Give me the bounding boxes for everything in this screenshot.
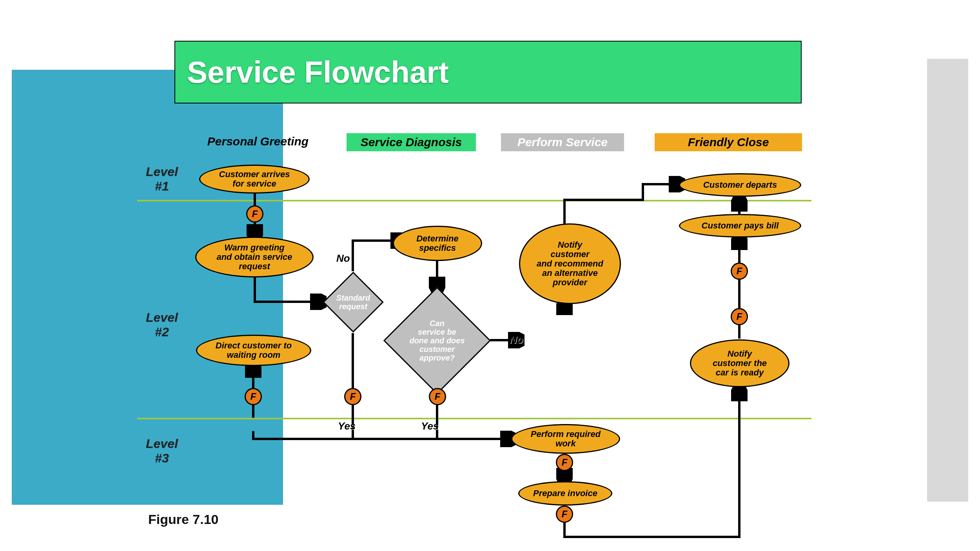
title-text: Service Flowchart <box>187 54 449 90</box>
node-determine-specifics: Determine specifics <box>393 226 482 261</box>
col-service-diagnosis: Service Diagnosis <box>347 133 476 151</box>
fail-marker-2: F <box>245 388 262 405</box>
col-perform-service-label: Perform Service <box>517 136 608 149</box>
fail-marker-3: F <box>344 388 361 405</box>
node-standard-request: Standard request <box>323 272 384 333</box>
level-2-label: Level #2 <box>146 310 178 339</box>
level-1-label: Level #1 <box>146 165 178 194</box>
fail-marker-6: F <box>556 506 573 523</box>
edge-label-yes-2: Yes <box>421 420 439 432</box>
fail-marker-1: F <box>246 205 263 223</box>
col-friendly-close: Friendly Close <box>655 133 802 151</box>
fail-marker-8: F <box>731 263 748 280</box>
node-customer-pays: Customer pays bill <box>679 214 801 237</box>
fail-marker-5: F <box>556 454 573 471</box>
col-friendly-close-label: Friendly Close <box>688 136 769 149</box>
title-bar: Service Flowchart <box>174 41 802 103</box>
node-prepare-invoice: Prepare invoice <box>518 481 612 506</box>
col-perform-service: Perform Service <box>501 133 624 151</box>
fail-marker-7: F <box>731 308 748 325</box>
col-service-diagnosis-label: Service Diagnosis <box>361 136 462 149</box>
edge-label-no-1: No <box>336 252 350 265</box>
fail-marker-4: F <box>429 388 446 405</box>
node-customer-departs: Customer departs <box>679 173 801 197</box>
node-notify-alternative: Notify customer and recommend an alterna… <box>519 223 621 304</box>
divider-level-1-2 <box>137 200 811 201</box>
decor-gray-strip <box>927 59 968 502</box>
node-direct-waiting: Direct customer to waiting room <box>196 335 311 366</box>
col-personal-greeting: Personal Greeting <box>195 132 321 150</box>
figure-caption: Figure 7.10 <box>148 512 219 527</box>
node-perform-work: Perform required work <box>511 424 620 454</box>
slide-stage: Service Flowchart Personal Greeting Serv… <box>0 0 980 551</box>
edge-label-no-2: No <box>510 334 523 346</box>
edge-label-yes-1: Yes <box>338 420 356 432</box>
node-warm-greeting: Warm greeting and obtain service request <box>195 237 314 277</box>
node-can-service: Can service be done and does customer ap… <box>383 287 491 394</box>
node-can-service-label: Can service be done and does customer ap… <box>400 304 474 377</box>
level-3-label: Level #3 <box>146 437 178 466</box>
col-personal-greeting-label: Personal Greeting <box>207 135 309 148</box>
divider-level-2-3 <box>137 418 811 419</box>
node-customer-arrives: Customer arrives for service <box>199 165 310 194</box>
node-standard-request-label: Standard request <box>333 282 374 323</box>
node-notify-ready: Notify customer the car is ready <box>690 339 789 387</box>
